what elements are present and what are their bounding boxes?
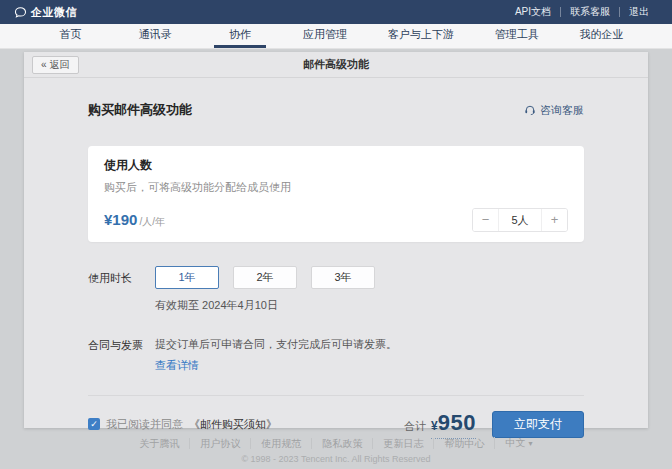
contract-section: 合同与发票 提交订单后可申请合同，支付完成后可申请发票。 查看详情 xyxy=(88,337,584,373)
nav-tab-apps[interactable]: 应用管理 xyxy=(299,24,351,48)
total-price: ¥950 xyxy=(431,410,476,439)
total-value: 950 xyxy=(438,410,476,435)
topbar: 企业微信 API文档 联系客服 退出 xyxy=(0,0,672,24)
main-nav: 首页 通讯录 协作 应用管理 客户与上下游 管理工具 我的企业 xyxy=(0,24,672,49)
headset-icon xyxy=(524,104,536,116)
panel-header: « 返回 邮件高级功能 xyxy=(24,52,648,78)
contact-support-link[interactable]: 联系客服 xyxy=(560,7,619,17)
language-caret-icon: ▾ xyxy=(528,439,532,448)
nav-tab-customers[interactable]: 客户与上下游 xyxy=(384,24,458,48)
user-count-stepper: − 5人 + xyxy=(472,208,568,232)
logout-link[interactable]: 退出 xyxy=(619,7,658,17)
wecom-logo: 企业微信 xyxy=(14,5,77,20)
duration-option-3year[interactable]: 3年 xyxy=(311,266,375,289)
agreement-area: ✓ 我已阅读并同意《邮件购买须知》 xyxy=(88,417,277,432)
footer-link-about[interactable]: 关于腾讯 xyxy=(129,438,189,449)
total-label: 合计 xyxy=(404,419,426,434)
footer-link-help[interactable]: 帮助中心 xyxy=(433,438,494,449)
contract-content: 提交订单后可申请合同，支付完成后可申请发票。 查看详情 xyxy=(155,337,397,373)
back-arrow-icon: « xyxy=(41,57,47,73)
copyright-text: © 1998 - 2023 Tencent Inc. All Rights Re… xyxy=(0,454,672,464)
nav-tab-admin-tools[interactable]: 管理工具 xyxy=(491,24,543,48)
footer-link-agreement[interactable]: 用户协议 xyxy=(189,438,250,449)
pay-now-button[interactable]: 立即支付 xyxy=(492,411,584,438)
purchase-notice-link[interactable]: 《邮件购买须知》 xyxy=(189,417,277,432)
footer-link-privacy[interactable]: 隐私政策 xyxy=(311,438,372,449)
price-row: ¥190/人/年 − 5人 + xyxy=(104,208,568,232)
contract-label: 合同与发票 xyxy=(88,337,155,353)
logo-text: 企业微信 xyxy=(31,5,77,20)
language-selector[interactable]: 中文▾ xyxy=(494,437,542,449)
consult-support-link[interactable]: 咨询客服 xyxy=(524,103,584,118)
back-button-label: 返回 xyxy=(50,57,70,73)
duration-section: 使用时长 1年 2年 3年 xyxy=(88,266,584,289)
api-docs-link[interactable]: API文档 xyxy=(506,7,560,17)
purchase-heading: 购买邮件高级功能 xyxy=(88,101,192,119)
topbar-links: API文档 联系客服 退出 xyxy=(506,7,658,17)
page-title: 邮件高级功能 xyxy=(303,57,369,72)
total-wrap: 合计 ¥950 xyxy=(404,410,476,439)
nav-tab-home[interactable]: 首页 xyxy=(44,24,96,48)
nav-tab-my-company[interactable]: 我的企业 xyxy=(575,24,627,48)
duration-options: 1年 2年 3年 xyxy=(155,266,375,289)
heading-row: 购买邮件高级功能 咨询客服 xyxy=(88,102,584,118)
language-label: 中文 xyxy=(505,437,525,448)
stepper-value: 5人 xyxy=(498,209,542,231)
back-button[interactable]: « 返回 xyxy=(32,56,79,74)
agree-checkbox[interactable]: ✓ xyxy=(88,418,100,430)
chat-bubble-icon xyxy=(14,6,27,19)
card-subtitle: 购买后，可将高级功能分配给成员使用 xyxy=(104,180,568,195)
view-details-link[interactable]: 查看详情 xyxy=(155,358,397,373)
footer-link-rules[interactable]: 使用规范 xyxy=(250,438,311,449)
unit-price: ¥190/人/年 xyxy=(104,211,165,229)
user-count-card: 使用人数 购买后，可将高级功能分配给成员使用 ¥190/人/年 − 5人 + xyxy=(88,146,584,242)
valid-until-text: 有效期至 2024年4月10日 xyxy=(155,298,584,313)
consult-support-label: 咨询客服 xyxy=(540,103,584,118)
contract-text: 提交订单后可申请合同，支付完成后可申请发票。 xyxy=(155,337,397,352)
footer: 关于腾讯 用户协议 使用规范 隐私政策 更新日志 帮助中心 中文▾ © 1998… xyxy=(0,437,672,464)
duration-option-2year[interactable]: 2年 xyxy=(233,266,297,289)
panel-body: 购买邮件高级功能 咨询客服 使用人数 购买后，可将高级功能分配给成员使用 ¥19… xyxy=(24,102,648,438)
unit-price-unit: /人/年 xyxy=(139,216,165,227)
checkout-row: ✓ 我已阅读并同意《邮件购买须知》 合计 ¥950 立即支付 xyxy=(88,410,584,438)
card-title: 使用人数 xyxy=(104,157,568,174)
stepper-plus-button[interactable]: + xyxy=(542,209,567,231)
total-currency-symbol: ¥ xyxy=(431,419,438,433)
unit-price-value: 190 xyxy=(112,211,137,228)
nav-tab-contacts[interactable]: 通讯录 xyxy=(129,24,181,48)
content-panel: « 返回 邮件高级功能 购买邮件高级功能 咨询客服 使用人数 购买后，可将高级功… xyxy=(24,52,648,428)
total-area: 合计 ¥950 立即支付 xyxy=(404,410,584,439)
agree-text: 我已阅读并同意 xyxy=(106,417,183,432)
duration-option-1year[interactable]: 1年 xyxy=(155,266,219,289)
footer-link-changelog[interactable]: 更新日志 xyxy=(372,438,433,449)
footer-links: 关于腾讯 用户协议 使用规范 隐私政策 更新日志 帮助中心 中文▾ xyxy=(0,437,672,449)
checkout-divider xyxy=(88,395,584,396)
nav-tab-collaboration[interactable]: 协作 xyxy=(214,24,266,48)
stepper-minus-button[interactable]: − xyxy=(473,209,498,231)
duration-label: 使用时长 xyxy=(88,266,155,286)
